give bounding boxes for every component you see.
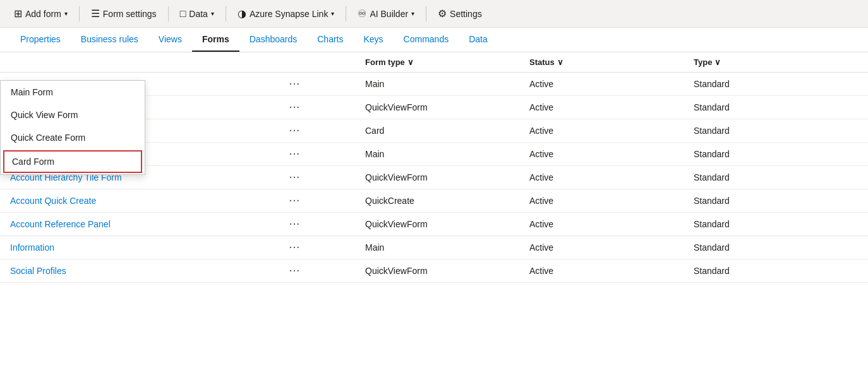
data-button[interactable]: □ Data ▾ bbox=[174, 5, 220, 23]
form-settings-button[interactable]: ☰ Form settings bbox=[85, 4, 163, 23]
azure-synapse-icon: ◑ bbox=[238, 8, 246, 20]
col-formtype-header[interactable]: Form type ∨ bbox=[365, 57, 529, 67]
row-dots-menu[interactable]: ··· bbox=[289, 102, 365, 112]
dropdown-item-quick-create-form[interactable]: Quick Create Form bbox=[1, 126, 145, 149]
table-header: Form type ∨ Status ∨ Type ∨ bbox=[0, 52, 868, 73]
status-sort-icon: ∨ bbox=[557, 57, 564, 67]
col-status-header[interactable]: Status ∨ bbox=[529, 57, 694, 67]
settings-button[interactable]: ⚙ Settings bbox=[431, 4, 488, 23]
row-form-type: Main bbox=[365, 242, 529, 253]
ai-builder-icon: ♾ bbox=[358, 8, 366, 20]
toolbar: ⊞ Add form ▾ ☰ Form settings □ Data ▾ ◑ … bbox=[0, 0, 868, 28]
col-type-header[interactable]: Type ∨ bbox=[694, 57, 858, 67]
ai-builder-button[interactable]: ♾ AI Builder ▾ bbox=[351, 4, 421, 23]
add-form-button[interactable]: ⊞ Add form ▾ bbox=[8, 4, 74, 23]
row-status: Active bbox=[529, 149, 694, 159]
tab-dashboards[interactable]: Dashboards bbox=[239, 28, 308, 52]
add-form-dropdown: Main Form Quick View Form Quick Create F… bbox=[0, 80, 145, 175]
row-dots-menu[interactable]: ··· bbox=[289, 196, 365, 206]
row-type: Standard bbox=[694, 102, 858, 112]
content-area: Main Form Quick View Form Quick Create F… bbox=[0, 52, 868, 283]
row-status: Active bbox=[529, 219, 694, 229]
add-form-label: Add form bbox=[25, 9, 61, 19]
row-status: Active bbox=[529, 266, 694, 276]
row-type: Standard bbox=[694, 196, 858, 206]
row-dots-menu[interactable]: ··· bbox=[289, 126, 365, 136]
row-dots-menu[interactable]: ··· bbox=[289, 219, 365, 229]
row-form-type: QuickViewForm bbox=[365, 266, 529, 276]
row-type: Standard bbox=[694, 79, 858, 89]
tab-commands[interactable]: Commands bbox=[394, 28, 459, 52]
row-type: Standard bbox=[694, 219, 858, 229]
row-status: Active bbox=[529, 126, 694, 136]
row-status: Active bbox=[529, 102, 694, 112]
ai-builder-label: AI Builder bbox=[370, 9, 408, 19]
row-form-type: QuickViewForm bbox=[365, 102, 529, 112]
toolbar-divider-1 bbox=[79, 6, 80, 21]
row-type: Standard bbox=[694, 149, 858, 159]
row-form-type: QuickCreate bbox=[365, 196, 529, 206]
data-label: Data bbox=[189, 9, 208, 19]
row-name[interactable]: Account Reference Panel bbox=[10, 219, 289, 229]
row-dots-menu[interactable]: ··· bbox=[289, 172, 365, 182]
toolbar-divider-4 bbox=[346, 6, 346, 21]
nav-tabs: Properties Business rules Views Forms Da… bbox=[0, 28, 868, 52]
row-name[interactable]: Information bbox=[10, 242, 289, 253]
toolbar-divider-2 bbox=[168, 6, 169, 21]
form-settings-label: Form settings bbox=[103, 9, 157, 19]
row-type: Standard bbox=[694, 266, 858, 276]
row-form-type: Card bbox=[365, 126, 529, 136]
ai-builder-chevron-icon: ▾ bbox=[411, 10, 414, 17]
toolbar-divider-3 bbox=[226, 6, 226, 21]
dropdown-item-quick-view-form[interactable]: Quick View Form bbox=[1, 104, 145, 126]
row-form-type: QuickViewForm bbox=[365, 219, 529, 229]
type-sort-icon: ∨ bbox=[714, 57, 721, 67]
row-name[interactable]: Social Profiles bbox=[10, 266, 289, 276]
row-form-type: QuickViewForm bbox=[365, 172, 529, 182]
formtype-sort-icon: ∨ bbox=[407, 57, 414, 67]
row-status: Active bbox=[529, 172, 694, 182]
tab-data[interactable]: Data bbox=[459, 28, 498, 52]
row-type: Standard bbox=[694, 172, 858, 182]
row-type: Standard bbox=[694, 126, 858, 136]
row-dots-menu[interactable]: ··· bbox=[289, 266, 365, 276]
row-form-type: Main bbox=[365, 149, 529, 159]
dropdown-item-card-form[interactable]: Card Form bbox=[3, 150, 142, 173]
azure-synapse-label: Azure Synapse Link bbox=[250, 9, 329, 19]
settings-label: Settings bbox=[450, 9, 482, 19]
table-row: Account Reference Panel ··· QuickViewFor… bbox=[0, 213, 868, 236]
row-dots-menu[interactable]: ··· bbox=[289, 79, 365, 89]
table-row: Social Profiles ··· QuickViewForm Active… bbox=[0, 259, 868, 283]
table-row: Account Quick Create ··· QuickCreate Act… bbox=[0, 189, 868, 213]
tab-forms[interactable]: Forms bbox=[192, 28, 239, 52]
dropdown-item-main-form[interactable]: Main Form bbox=[1, 81, 145, 104]
tab-charts[interactable]: Charts bbox=[307, 28, 353, 52]
table-row: Information ··· Main Active Standard bbox=[0, 236, 868, 259]
row-status: Active bbox=[529, 196, 694, 206]
row-dots-menu[interactable]: ··· bbox=[289, 149, 365, 159]
settings-icon: ⚙ bbox=[438, 8, 447, 20]
row-type: Standard bbox=[694, 242, 858, 253]
row-status: Active bbox=[529, 242, 694, 253]
data-chevron-icon: ▾ bbox=[211, 10, 214, 17]
tab-properties[interactable]: Properties bbox=[10, 28, 71, 52]
add-form-icon: ⊞ bbox=[14, 8, 22, 20]
azure-synapse-button[interactable]: ◑ Azure Synapse Link ▾ bbox=[231, 4, 341, 23]
form-settings-icon: ☰ bbox=[91, 8, 100, 20]
tab-keys[interactable]: Keys bbox=[353, 28, 393, 52]
azure-synapse-chevron-icon: ▾ bbox=[331, 10, 334, 17]
row-form-type: Main bbox=[365, 79, 529, 89]
toolbar-divider-5 bbox=[426, 6, 426, 21]
tab-views[interactable]: Views bbox=[148, 28, 192, 52]
add-form-chevron-icon: ▾ bbox=[64, 10, 68, 17]
row-dots-menu[interactable]: ··· bbox=[289, 242, 365, 253]
row-name[interactable]: Account Quick Create bbox=[10, 196, 289, 206]
tab-business-rules[interactable]: Business rules bbox=[71, 28, 148, 52]
row-status: Active bbox=[529, 79, 694, 89]
data-icon: □ bbox=[180, 8, 186, 20]
